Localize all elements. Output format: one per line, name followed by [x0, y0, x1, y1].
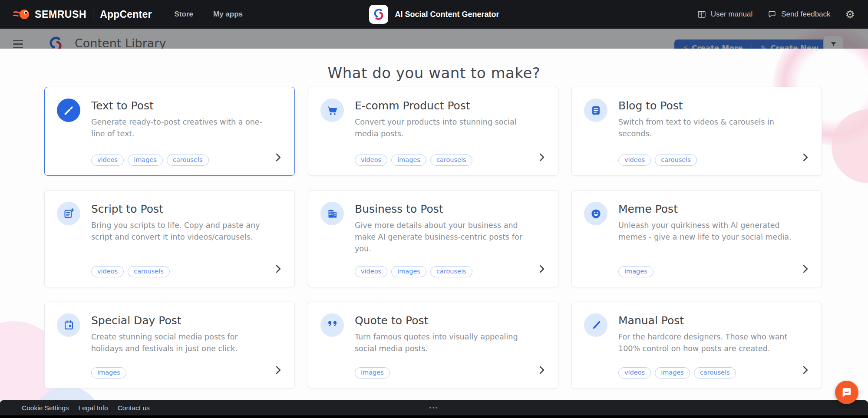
hamburger-menu-icon[interactable]	[13, 40, 23, 49]
send-feedback-link[interactable]: Send feedback	[767, 10, 830, 19]
smiley-icon	[584, 202, 607, 225]
tag-videos: videos	[355, 266, 387, 277]
footer-link-cookie-settings[interactable]: Cookie Settings	[22, 404, 69, 412]
card-description: Unleash your quirkiness with AI generate…	[618, 220, 794, 243]
tag-videos: videos	[618, 155, 651, 166]
chat-bubble-icon	[841, 386, 853, 398]
card-description: Turn famous quotes into visually appeali…	[355, 331, 531, 355]
card-body: Quote to PostTurn famous quotes into vis…	[355, 313, 546, 379]
what-to-make-modal: What do you want to make? Text to PostGe…	[0, 49, 868, 418]
card-special-day-post[interactable]: Special Day PostCreate stunning social m…	[44, 302, 295, 388]
pencil-icon: ✎	[761, 44, 767, 49]
tag-images: images	[355, 367, 390, 379]
card-tags: videosimagescarousels	[355, 155, 546, 166]
filter-button[interactable]	[823, 36, 843, 49]
create-more-button[interactable]: ⚡ Create More	[674, 39, 752, 49]
card-script-to-post[interactable]: Script to PostBring you scripts to life.…	[44, 190, 295, 287]
tag-carousels: carousels	[167, 155, 209, 166]
chevron-right-icon	[800, 365, 810, 377]
tag-carousels: carousels	[430, 266, 472, 277]
nav-store[interactable]: Store	[175, 10, 193, 19]
quote-icon	[320, 313, 344, 337]
tag-videos: videos	[618, 367, 651, 379]
card-e-comm-product-post[interactable]: E-comm Product PostConvert your products…	[308, 87, 558, 176]
card-body: Business to PostGive more details about …	[355, 202, 546, 277]
card-tags: videosimagescarousels	[618, 367, 809, 379]
footer-link-contact-us[interactable]: Contact us	[118, 404, 150, 412]
chevron-right-icon	[537, 264, 547, 276]
card-meme-post[interactable]: Meme PostUnleash your quirkiness with AI…	[571, 190, 822, 287]
tag-videos: videos	[91, 266, 124, 277]
current-app: AI Social Content Generator	[369, 0, 499, 29]
card-quote-to-post[interactable]: Quote to PostTurn famous quotes into vis…	[308, 302, 558, 388]
semrush-brand[interactable]: SEMRUSH	[13, 8, 86, 20]
card-tags: images	[91, 367, 282, 379]
tag-videos: videos	[91, 155, 124, 166]
chevron-right-icon	[800, 152, 810, 164]
card-manual-post[interactable]: Manual PostFor the hardcore designers. T…	[571, 302, 822, 388]
paintbrush-icon	[584, 313, 607, 337]
chat-support-button[interactable]	[835, 381, 858, 404]
page-title: Content Library	[75, 36, 166, 49]
card-description: Convert your products into stunning soci…	[355, 116, 531, 140]
page-footer: Cookie SettingsLegal InfoContact us•••	[0, 400, 868, 415]
card-business-to-post[interactable]: Business to PostGive more details about …	[308, 190, 558, 287]
card-title: Script to Post	[91, 203, 282, 215]
card-grid: Text to PostGenerate ready-to-post creat…	[44, 87, 822, 388]
card-title: E-comm Product Post	[355, 99, 546, 112]
tag-images: images	[391, 155, 426, 166]
tag-images: images	[655, 367, 690, 379]
user-manual-link[interactable]: User manual	[697, 10, 752, 19]
brain-logo-icon	[372, 8, 385, 21]
card-description: For the hardcore designers. Those who wa…	[618, 331, 794, 355]
chevron-right-icon	[537, 365, 547, 377]
create-more-label: Create More	[692, 44, 743, 49]
tag-images: images	[91, 367, 126, 379]
nav-my-apps[interactable]: My apps	[213, 10, 243, 19]
button-split-divider	[752, 43, 752, 49]
settings-gear-icon[interactable]: ⚙	[845, 9, 855, 20]
funnel-icon	[830, 41, 837, 48]
card-description: Generate ready-to-post creatives with a …	[91, 116, 267, 140]
lightning-icon: ⚡	[683, 44, 688, 49]
card-body: Manual PostFor the hardcore designers. T…	[618, 313, 809, 379]
create-button-group[interactable]: ⚡ Create More ✎ Create New	[674, 39, 827, 49]
topbar-right: User manual Send feedback ⚙	[697, 9, 855, 20]
top-nav: Store My apps	[175, 10, 243, 19]
card-title: Quote to Post	[355, 314, 546, 327]
chevron-right-icon	[273, 365, 283, 377]
tag-videos: videos	[355, 155, 387, 166]
tag-carousels: carousels	[128, 266, 170, 277]
card-body: Meme PostUnleash your quirkiness with AI…	[618, 202, 809, 277]
top-navbar: SEMRUSH AppCenter Store My apps AI Socia…	[0, 0, 868, 29]
window-bottom-edge	[0, 415, 868, 418]
card-tags: images	[618, 266, 809, 277]
chevron-right-icon	[273, 264, 283, 276]
modal-title: What do you want to make?	[0, 64, 868, 82]
card-body: Script to PostBring you scripts to life.…	[91, 202, 282, 277]
tag-images: images	[618, 266, 653, 277]
app-header-dimmed: Content Library ⚡ Create More ✎ Create N…	[0, 29, 868, 49]
card-text-to-post[interactable]: Text to PostGenerate ready-to-post creat…	[44, 87, 295, 176]
card-blog-to-post[interactable]: Blog to PostSwitch from text to videos &…	[571, 87, 822, 176]
card-description: Switch from text to videos & carousels i…	[618, 116, 794, 140]
semrush-logo-icon	[13, 8, 30, 20]
card-body: Special Day PostCreate stunning social m…	[91, 313, 282, 379]
script-plus-icon	[57, 202, 80, 225]
calendar-icon	[57, 313, 80, 337]
app-header-logo	[47, 36, 64, 49]
card-tags: videosimagescarousels	[355, 266, 546, 277]
blog-document-icon	[584, 99, 607, 122]
create-new-button[interactable]: ✎ Create New	[752, 39, 827, 49]
app-title: AI Social Content Generator	[395, 10, 499, 19]
chevron-right-icon	[800, 264, 810, 276]
tag-images: images	[391, 266, 426, 277]
card-body: Text to PostGenerate ready-to-post creat…	[91, 99, 282, 166]
card-tags: images	[355, 367, 546, 379]
card-title: Meme Post	[618, 203, 809, 215]
footer-link-legal-info[interactable]: Legal Info	[79, 404, 108, 412]
brain-logo-icon	[47, 36, 64, 49]
decorative-blob-right	[832, 109, 868, 183]
brand-name: SEMRUSH	[35, 9, 86, 20]
brand-divider	[93, 9, 93, 20]
